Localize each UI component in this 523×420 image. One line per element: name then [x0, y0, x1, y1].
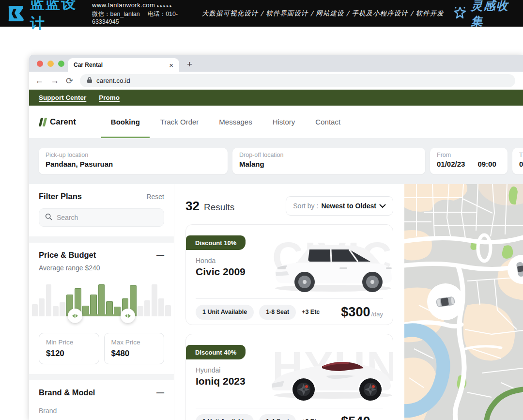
- car-image-civic: [268, 237, 393, 296]
- promo-wechat: 微信：ben_lanlan: [92, 11, 140, 17]
- spark-star-icon: [453, 5, 467, 22]
- search-row: Pick-up location Pandaan, Pasuruan Drop-…: [29, 138, 523, 184]
- browser-tab[interactable]: Car Rental ×: [68, 58, 179, 72]
- search-input[interactable]: [57, 214, 158, 221]
- carent-logo[interactable]: Carent: [40, 117, 76, 127]
- sort-label: Sort by :: [293, 202, 318, 210]
- filter-header-section: Filter Plans Reset: [29, 184, 174, 236]
- browser-addressbar: ← → ⟳ carent.co.id: [29, 72, 523, 90]
- lock-icon: [87, 77, 92, 85]
- seat-badge: 1-8 Seat: [259, 305, 296, 320]
- car-image-ioniq: [268, 347, 393, 406]
- tab-title: Car Rental: [74, 62, 165, 68]
- to-value: 0: [519, 160, 523, 168]
- average-range-text: Average range $240: [39, 264, 164, 272]
- price-unit: /day: [371, 311, 383, 318]
- map-car-marker[interactable]: [427, 283, 464, 320]
- reset-button[interactable]: Reset: [146, 193, 164, 201]
- car-card-ioniq[interactable]: Discount 40% HYUN Hyundai Ioniq 2023: [185, 334, 393, 420]
- unit-badge: 1 Unit Available: [196, 414, 254, 420]
- divider: [196, 298, 383, 299]
- support-center-link[interactable]: Support Center: [39, 94, 86, 101]
- promo-bar: 蓝蓝设计 www.lanlanwork.com ▸▸▸▸▸ 微信：ben_lan…: [0, 0, 523, 27]
- max-price-field[interactable]: Max Price $480: [104, 333, 165, 364]
- nav-item-messages[interactable]: Messages: [219, 106, 252, 138]
- nav-item-track-order[interactable]: Track Order: [160, 106, 199, 138]
- nav-item-history[interactable]: History: [273, 106, 295, 138]
- dropoff-value: Malang: [239, 160, 418, 168]
- divider: [196, 408, 383, 408]
- price-budget-title: Price & Budget: [39, 250, 96, 260]
- car-brand: Hyundai: [196, 366, 220, 374]
- forward-icon[interactable]: →: [50, 76, 59, 86]
- promo-link[interactable]: Promo: [99, 94, 120, 101]
- page-content: Filter Plans Reset Price & Budget — Aver…: [29, 184, 523, 420]
- nav-items: Booking Track Order Messages History Con…: [111, 106, 340, 138]
- histogram-bar: [165, 305, 171, 316]
- map-panel[interactable]: [404, 184, 523, 420]
- discount-badge: Discount 40%: [186, 345, 246, 359]
- carent-logo-icon: [40, 118, 46, 126]
- window-controls[interactable]: [37, 61, 64, 67]
- from-datetime-field[interactable]: From 01/02/23 09:00: [430, 148, 508, 174]
- new-tab-button[interactable]: +: [187, 59, 192, 70]
- collapse-icon[interactable]: —: [156, 389, 164, 397]
- results-count: 32 Results: [185, 199, 234, 214]
- etc-badge: +3 Etc: [302, 309, 320, 315]
- pickup-location-field[interactable]: Pick-up location Pandaan, Pasuruan: [39, 148, 228, 174]
- collect-logo: 灵感收集: [453, 0, 514, 29]
- min-price-field[interactable]: Min Price $120: [39, 333, 99, 364]
- brand-group-label: Brand: [39, 407, 164, 415]
- price-budget-section: Price & Budget — Average range $240: [29, 243, 174, 374]
- dropoff-location-field[interactable]: Drop-off location Malang: [232, 148, 425, 174]
- car-brand: Honda: [196, 257, 215, 264]
- from-date: 01/02/23: [437, 160, 465, 168]
- chevron-down-icon: [379, 202, 386, 210]
- sort-dropdown[interactable]: Sort by : Newest to Oldest: [286, 196, 393, 216]
- search-icon: [45, 213, 52, 222]
- pickup-label: Pick-up location: [46, 152, 221, 158]
- url-text: carent.co.id: [96, 77, 130, 84]
- site-topbar: Support Center Promo: [29, 90, 523, 106]
- etc-badge: +3 Etc: [302, 418, 320, 420]
- url-field[interactable]: carent.co.id: [80, 74, 515, 87]
- map-image: [404, 184, 523, 420]
- car-card-civic[interactable]: Discount 10% CIVIC Honda Civic 2009: [185, 224, 393, 325]
- min-price-value: $120: [46, 349, 92, 358]
- promo-services: 大数据可视化设计 / 软件界面设计 / 网站建设 / 手机及小程序设计 / 软件…: [202, 9, 444, 18]
- histogram-bar: [39, 298, 45, 316]
- discount-badge: Discount 10%: [186, 235, 246, 250]
- reload-icon[interactable]: ⟳: [66, 76, 73, 86]
- price-amount: $540: [341, 414, 370, 420]
- tab-close-icon[interactable]: ×: [169, 62, 173, 69]
- to-datetime-field[interactable]: T 0: [512, 148, 523, 174]
- histogram-bar: [53, 306, 59, 316]
- close-window-button[interactable]: [37, 61, 43, 67]
- back-icon[interactable]: ←: [35, 76, 44, 86]
- car-model: Civic 2009: [196, 266, 246, 278]
- lanlan-logo-icon: [7, 5, 26, 22]
- filter-title: Filter Plans: [39, 192, 82, 201]
- price-histogram: [32, 284, 171, 323]
- min-price-label: Min Price: [46, 339, 92, 346]
- promo-contact: www.lanlanwork.com ▸▸▸▸▸ 微信：ben_lanlan电话…: [92, 1, 193, 25]
- results-count-number: 32: [185, 199, 200, 214]
- nav-item-booking[interactable]: Booking: [111, 106, 140, 138]
- pickup-value: Pandaan, Pasuruan: [46, 160, 221, 168]
- filter-search[interactable]: [39, 208, 164, 227]
- brand-model-section: Brand & Model — Brand BMW: [29, 380, 174, 420]
- max-price-slider-handle[interactable]: [121, 309, 135, 323]
- site-nav: Carent Booking Track Order Messages Hist…: [29, 106, 523, 138]
- zoom-window-button[interactable]: [58, 61, 64, 67]
- nav-item-contact[interactable]: Contact: [315, 106, 340, 138]
- histogram-bar: [98, 284, 105, 316]
- arrows-icon: ▸▸▸▸▸: [157, 3, 173, 8]
- collapse-icon[interactable]: —: [156, 251, 164, 260]
- promo-site: www.lanlanwork.com: [92, 1, 155, 9]
- from-label: From: [437, 152, 501, 158]
- results-panel: 32 Results Sort by : Newest to Oldest Di…: [174, 184, 404, 420]
- histogram-bar: [60, 302, 65, 316]
- minimize-window-button[interactable]: [47, 61, 54, 67]
- browser-window: Car Rental × + ← → ⟳ carent.co.id Suppor…: [29, 55, 523, 420]
- min-price-slider-handle[interactable]: [68, 309, 82, 323]
